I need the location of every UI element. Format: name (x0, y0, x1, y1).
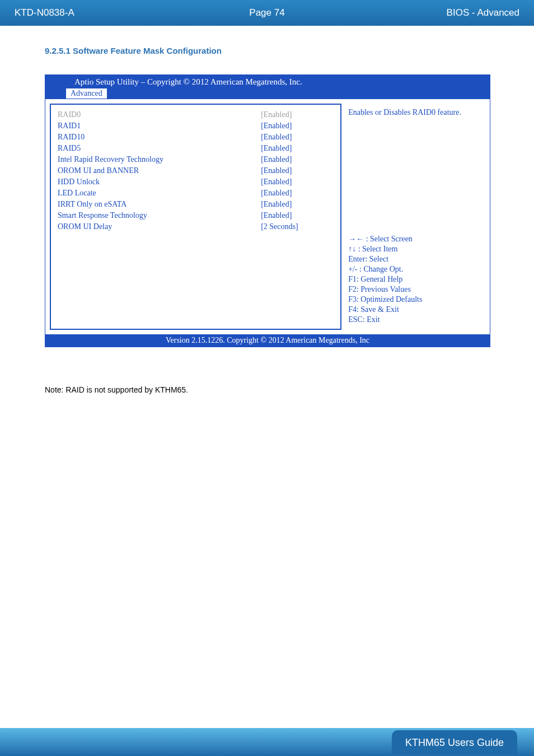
setting-label-intel-rapid-recovery[interactable]: Intel Rapid Recovery Technology (58, 155, 238, 164)
key-general-help: F1: General Help (348, 275, 480, 284)
page-label: Page 74 (183, 7, 352, 18)
tab-advanced[interactable]: Advanced (65, 88, 107, 99)
key-select-item: ↑↓ : Select Item (348, 245, 480, 254)
setting-value-raid5[interactable]: [Enabled] (261, 144, 334, 153)
key-optimized-defaults: F3: Optimized Defaults (348, 295, 480, 304)
setting-value-raid1[interactable]: [Enabled] (261, 122, 334, 130)
bios-body: RAID0 [Enabled] RAID1 [Enabled] RAID10 [… (45, 99, 490, 334)
bios-settings-panel: RAID0 [Enabled] RAID1 [Enabled] RAID10 [… (50, 104, 341, 330)
section-heading: 9.2.5.1 Software Feature Mask Configurat… (45, 46, 489, 55)
key-select-screen: →← : Select Screen (348, 235, 480, 244)
page-body: 9.2.5.1 Software Feature Mask Configurat… (0, 26, 534, 394)
setting-value-led-locate[interactable]: [Enabled] (261, 189, 334, 198)
bios-header: Aptio Setup Utility – Copyright © 2012 A… (45, 75, 490, 99)
setting-value-intel-rapid-recovery[interactable]: [Enabled] (261, 155, 334, 164)
bios-help-panel: Enables or Disables RAID0 feature. →← : … (341, 104, 485, 330)
setting-label-raid1[interactable]: RAID1 (58, 122, 238, 130)
key-esc-exit: ESC: Exit (348, 315, 480, 324)
note-text: Note: RAID is not supported by KTHM65. (45, 385, 489, 394)
setting-label-irrt-esata[interactable]: IRRT Only on eSATA (58, 200, 238, 209)
bios-frame: Aptio Setup Utility – Copyright © 2012 A… (45, 74, 490, 347)
setting-label-raid10[interactable]: RAID10 (58, 133, 238, 142)
key-previous-values: F2: Previous Values (348, 285, 480, 294)
bios-title: Aptio Setup Utility – Copyright © 2012 A… (74, 77, 485, 87)
footer-pill: KTHM65 Users Guide (392, 730, 517, 754)
setting-value-smart-response[interactable]: [Enabled] (261, 211, 334, 220)
bios-footer: Version 2.15.1226. Copyright © 2012 Amer… (45, 334, 490, 347)
setting-label-hdd-unlock[interactable]: HDD Unlock (58, 178, 238, 186)
setting-label-raid5[interactable]: RAID5 (58, 144, 238, 153)
setting-label-smart-response[interactable]: Smart Response Technology (58, 211, 238, 220)
bottom-bar: KTHM65 Users Guide (0, 728, 534, 756)
top-bar: KTD-N0838-A Page 74 BIOS - Advanced (0, 0, 534, 26)
setting-value-orom-ui-banner[interactable]: [Enabled] (261, 166, 334, 175)
setting-label-led-locate[interactable]: LED Locate (58, 189, 238, 198)
key-change-opt: +/- : Change Opt. (348, 265, 480, 274)
section: BIOS - Advanced (351, 7, 519, 18)
doc-id: KTD-N0838-A (15, 7, 183, 18)
setting-label-raid0[interactable]: RAID0 (58, 110, 238, 119)
settings-grid: RAID0 [Enabled] RAID1 [Enabled] RAID10 [… (58, 110, 334, 231)
bios-key-legend: →← : Select Screen ↑↓ : Select Item Ente… (348, 234, 480, 325)
setting-value-raid0[interactable]: [Enabled] (261, 110, 334, 119)
setting-value-orom-ui-delay[interactable]: [2 Seconds] (261, 222, 334, 231)
setting-value-irrt-esata[interactable]: [Enabled] (261, 200, 334, 209)
bios-help-text: Enables or Disables RAID0 feature. (348, 108, 480, 117)
key-save-exit: F4: Save & Exit (348, 305, 480, 314)
setting-label-orom-ui-banner[interactable]: OROM UI and BANNER (58, 166, 238, 175)
setting-value-hdd-unlock[interactable]: [Enabled] (261, 178, 334, 186)
setting-value-raid10[interactable]: [Enabled] (261, 133, 334, 142)
bios-tabs: Advanced (50, 88, 485, 99)
setting-label-orom-ui-delay[interactable]: OROM UI Delay (58, 222, 238, 231)
key-enter-select: Enter: Select (348, 255, 480, 264)
